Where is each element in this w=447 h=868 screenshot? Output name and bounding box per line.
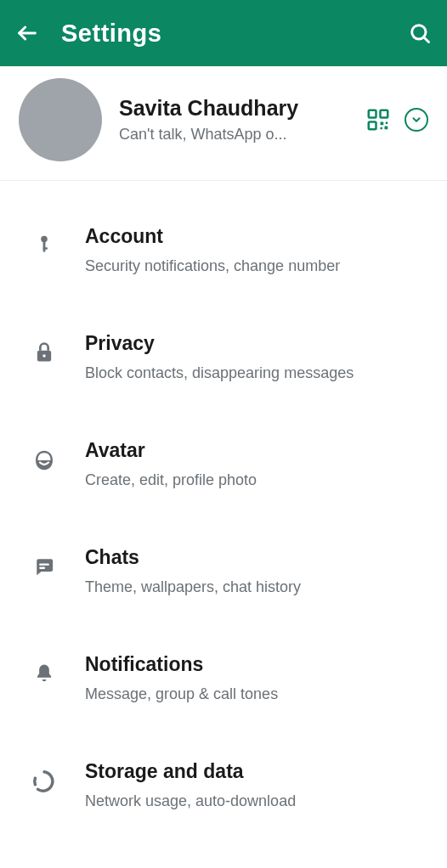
app-header: Settings bbox=[0, 0, 447, 66]
chat-icon bbox=[25, 546, 63, 578]
settings-item-notifications[interactable]: Notifications Message, group & call tone… bbox=[0, 638, 447, 721]
chevron-down-icon bbox=[410, 114, 422, 126]
svg-rect-5 bbox=[369, 122, 376, 130]
svg-rect-8 bbox=[381, 127, 383, 130]
profile-status: Can't talk, WhatsApp o... bbox=[119, 126, 365, 144]
item-title: Chats bbox=[85, 546, 428, 569]
profile-row[interactable]: Savita Chaudhary Can't talk, WhatsApp o.… bbox=[0, 66, 447, 181]
settings-item-language[interactable]: App language English (device's language) bbox=[0, 852, 447, 868]
profile-text: Savita Chaudhary Can't talk, WhatsApp o.… bbox=[119, 96, 365, 144]
key-icon bbox=[25, 225, 63, 256]
avatar-face-icon bbox=[25, 439, 63, 473]
item-subtitle: Network usage, auto-download bbox=[85, 790, 428, 813]
item-title: Notifications bbox=[85, 653, 428, 676]
item-title: Avatar bbox=[85, 439, 428, 462]
expand-button[interactable] bbox=[405, 108, 428, 132]
item-title: Privacy bbox=[85, 332, 428, 355]
svg-rect-6 bbox=[381, 122, 384, 126]
svg-rect-7 bbox=[385, 127, 388, 130]
settings-list: Account Security notifications, change n… bbox=[0, 181, 447, 868]
item-subtitle: Create, edit, profile photo bbox=[85, 469, 428, 492]
data-circle-icon bbox=[25, 760, 63, 794]
item-subtitle: Block contacts, disappearing messages bbox=[85, 362, 428, 385]
svg-rect-16 bbox=[39, 567, 45, 569]
lock-icon bbox=[25, 332, 63, 364]
item-title: Account bbox=[85, 225, 428, 248]
arrow-left-icon bbox=[15, 21, 39, 45]
svg-rect-9 bbox=[386, 122, 388, 125]
item-subtitle: Message, group & call tones bbox=[85, 683, 428, 706]
avatar bbox=[19, 78, 102, 161]
svg-rect-11 bbox=[43, 241, 46, 252]
back-button[interactable] bbox=[15, 21, 39, 45]
settings-item-storage[interactable]: Storage and data Network usage, auto-dow… bbox=[0, 745, 447, 828]
qr-button[interactable] bbox=[365, 107, 391, 132]
page-title: Settings bbox=[61, 20, 408, 48]
item-title: Storage and data bbox=[85, 760, 428, 783]
svg-rect-15 bbox=[39, 564, 49, 566]
settings-item-chats[interactable]: Chats Theme, wallpapers, chat history bbox=[0, 531, 447, 614]
svg-rect-3 bbox=[369, 110, 376, 118]
settings-item-account[interactable]: Account Security notifications, change n… bbox=[0, 210, 447, 293]
svg-line-2 bbox=[424, 37, 429, 42]
search-icon bbox=[408, 21, 432, 45]
svg-point-14 bbox=[42, 354, 46, 358]
item-subtitle: Theme, wallpapers, chat history bbox=[85, 576, 428, 599]
item-subtitle: Security notifications, change number bbox=[85, 255, 428, 278]
settings-item-privacy[interactable]: Privacy Block contacts, disappearing mes… bbox=[0, 317, 447, 400]
bell-icon bbox=[25, 653, 63, 685]
search-button[interactable] bbox=[408, 21, 432, 45]
settings-item-avatar[interactable]: Avatar Create, edit, profile photo bbox=[0, 424, 447, 507]
svg-rect-4 bbox=[381, 110, 388, 118]
profile-name: Savita Chaudhary bbox=[119, 96, 365, 121]
profile-actions bbox=[365, 107, 428, 132]
qr-icon bbox=[365, 107, 391, 132]
svg-rect-12 bbox=[43, 247, 48, 250]
